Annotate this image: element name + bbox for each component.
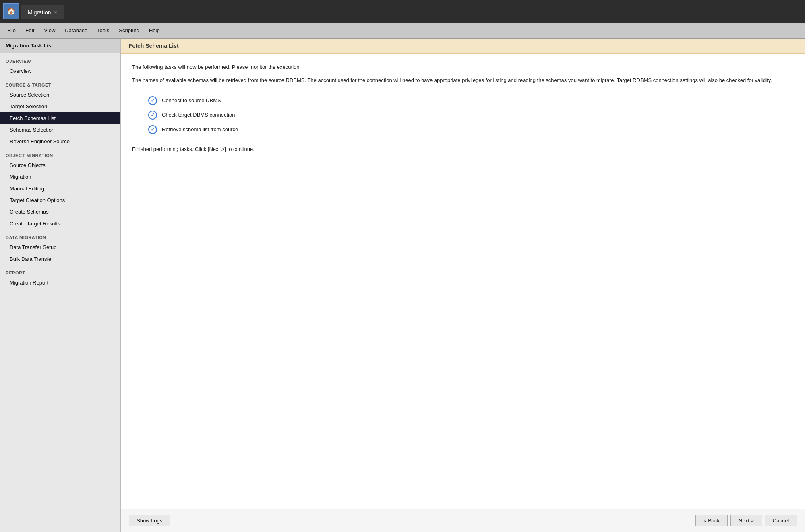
menu-item-database[interactable]: Database <box>61 26 91 35</box>
back-button[interactable]: < Back <box>695 515 728 526</box>
content-header: Fetch Schema List <box>121 39 805 54</box>
nav-buttons: < Back Next > Cancel <box>695 515 797 526</box>
sidebar-item-source-selection[interactable]: Source Selection <box>0 89 120 101</box>
sidebar-section-overview: OVERVIEW <box>0 53 120 65</box>
check-icon-2: ✓ <box>148 125 157 134</box>
intro-text-1: The following tasks will now be performe… <box>132 63 794 72</box>
task-item-0: ✓Connect to source DBMS <box>148 96 794 105</box>
cancel-button[interactable]: Cancel <box>765 515 797 526</box>
sidebar: Migration Task List OVERVIEWOverviewSOUR… <box>0 39 121 532</box>
sidebar-item-create-schemas[interactable]: Create Schemas <box>0 206 120 218</box>
sidebar-section-data-migration: DATA MIGRATION <box>0 229 120 241</box>
task-label-2: Retrieve schema list from source <box>162 126 238 132</box>
tab-close-button[interactable]: × <box>54 10 57 15</box>
sidebar-item-target-creation-options[interactable]: Target Creation Options <box>0 194 120 206</box>
sidebar-item-migration-report[interactable]: Migration Report <box>0 277 120 289</box>
task-item-1: ✓Check target DBMS connection <box>148 111 794 120</box>
menu-item-edit[interactable]: Edit <box>21 26 38 35</box>
menu-item-view[interactable]: View <box>40 26 59 35</box>
check-icon-0: ✓ <box>148 96 157 105</box>
main-container: Migration Task List OVERVIEWOverviewSOUR… <box>0 39 805 532</box>
sidebar-section-object-migration: OBJECT MIGRATION <box>0 147 120 159</box>
sidebar-header: Migration Task List <box>0 39 120 53</box>
menu-bar: FileEditViewDatabaseToolsScriptingHelp <box>0 23 805 39</box>
menu-item-help[interactable]: Help <box>145 26 164 35</box>
menu-item-tools[interactable]: Tools <box>93 26 113 35</box>
menu-item-file[interactable]: File <box>3 26 20 35</box>
home-button[interactable]: 🏠 <box>3 3 19 19</box>
content-area: Fetch Schema List The following tasks wi… <box>121 39 805 532</box>
sidebar-item-target-selection[interactable]: Target Selection <box>0 101 120 112</box>
show-logs-button[interactable]: Show Logs <box>129 515 170 526</box>
task-label-0: Connect to source DBMS <box>162 97 221 103</box>
sidebar-item-source-objects[interactable]: Source Objects <box>0 159 120 171</box>
menu-item-scripting[interactable]: Scripting <box>115 26 143 35</box>
sidebar-section-source---target: SOURCE & TARGET <box>0 77 120 89</box>
sidebar-item-fetch-schemas-list[interactable]: Fetch Schemas List <box>0 112 120 124</box>
task-list: ✓Connect to source DBMS✓Check target DBM… <box>148 96 794 134</box>
sidebar-item-schemas-selection[interactable]: Schemas Selection <box>0 124 120 136</box>
tab-label: Migration <box>28 9 51 16</box>
task-label-1: Check target DBMS connection <box>162 112 235 118</box>
migration-tab[interactable]: Migration × <box>21 5 64 19</box>
sidebar-item-bulk-data-transfer[interactable]: Bulk Data Transfer <box>0 253 120 265</box>
finished-text: Finished performing tasks. Click [Next >… <box>132 145 794 154</box>
sidebar-item-create-target-results[interactable]: Create Target Results <box>0 218 120 229</box>
check-icon-1: ✓ <box>148 111 157 120</box>
content-body: The following tasks will now be performe… <box>121 54 805 509</box>
sidebar-item-migration[interactable]: Migration <box>0 171 120 183</box>
sidebar-item-reverse-engineer-source[interactable]: Reverse Engineer Source <box>0 136 120 147</box>
task-item-2: ✓Retrieve schema list from source <box>148 125 794 134</box>
title-bar: 🏠 Migration × <box>0 0 805 23</box>
sidebar-item-manual-editing[interactable]: Manual Editing <box>0 183 120 194</box>
sidebar-item-data-transfer-setup[interactable]: Data Transfer Setup <box>0 241 120 253</box>
sidebar-item-overview[interactable]: Overview <box>0 65 120 77</box>
intro-text-2: The names of available schemas will be r… <box>132 76 794 85</box>
content-footer: Show Logs < Back Next > Cancel <box>121 509 805 532</box>
sidebar-section-report: REPORT <box>0 265 120 277</box>
next-button[interactable]: Next > <box>730 515 762 526</box>
